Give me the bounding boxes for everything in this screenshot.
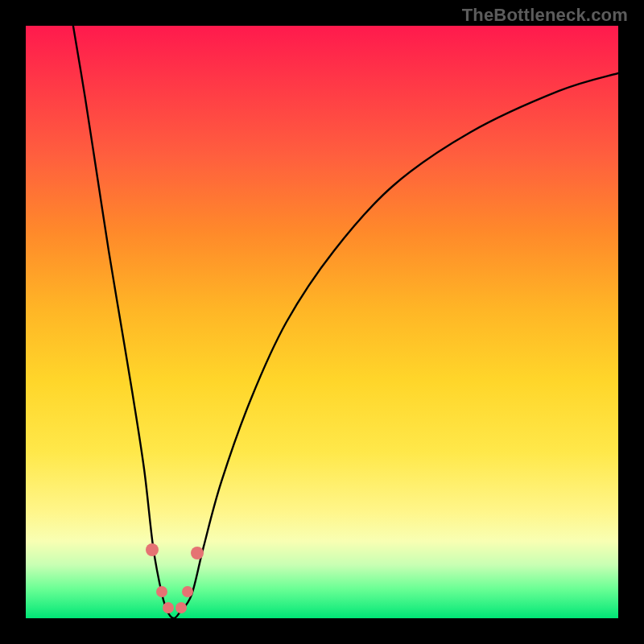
data-marker [156,586,167,597]
bottleneck-curve [26,26,618,618]
data-marker [163,602,174,613]
data-marker [191,547,204,559]
data-marker [175,602,187,613]
watermark-text: TheBottleneck.com [462,5,628,26]
data-marker [146,543,159,556]
data-marker [182,586,193,597]
chart-area [26,26,618,618]
